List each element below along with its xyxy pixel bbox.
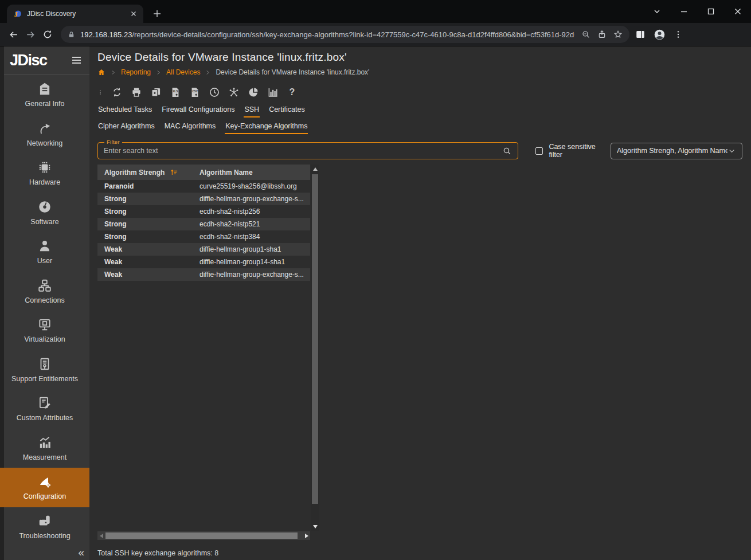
bar-chart-icon[interactable] <box>267 87 279 99</box>
refresh-icon[interactable] <box>111 87 123 99</box>
sort-ascending-icon <box>170 168 178 177</box>
tab-mac-algorithms[interactable]: MAC Algorithms <box>164 120 217 134</box>
share-icon[interactable] <box>597 30 607 39</box>
new-tab-button[interactable] <box>149 6 165 22</box>
window-minimize-button[interactable] <box>670 0 697 23</box>
sidebar-item-hardware[interactable]: Hardware <box>0 154 89 193</box>
tab-close-icon[interactable] <box>130 10 138 18</box>
custom-attributes-icon <box>37 395 52 410</box>
browser-toolbar: 192.168.185.23/reports/device-details/co… <box>0 23 751 46</box>
detail-tabs: Scheduled Tasks Firewall Configurations … <box>97 104 751 118</box>
svg-text:XLS: XLS <box>173 90 178 93</box>
copy-report-icon[interactable] <box>150 87 162 99</box>
scroll-left-arrow[interactable] <box>97 531 105 540</box>
table-row[interactable]: Weakdiffie-hellman-group1-sha1 <box>97 243 310 256</box>
scroll-up-arrow[interactable] <box>311 165 319 173</box>
back-icon[interactable] <box>5 26 22 43</box>
sidebar-item-software[interactable]: Software <box>0 193 89 233</box>
ssh-subtabs: Cipher Algorithms MAC Algorithms Key-Exc… <box>97 120 751 134</box>
tab-ssh[interactable]: SSH <box>244 104 260 118</box>
page-title: Device Details for VMware Instance 'linu… <box>97 51 751 64</box>
vertical-scrollbar-thumb[interactable] <box>312 174 318 504</box>
print-icon[interactable] <box>130 87 142 99</box>
table-row[interactable]: Strongdiffie-hellman-group-exchange-s... <box>97 193 310 205</box>
table-row[interactable]: Strongecdh-sha2-nistp384 <box>97 230 310 243</box>
breadcrumb-separator-icon <box>205 70 210 75</box>
case-sensitive-checkbox[interactable] <box>535 147 543 155</box>
case-sensitive-toggle[interactable]: Case sensitive filter <box>535 143 611 159</box>
search-icon <box>502 146 512 156</box>
home-icon[interactable] <box>97 68 105 76</box>
sidebar-item-user[interactable]: User <box>0 232 89 272</box>
sort-columns-dropdown[interactable]: Algorithm Strengh, Algorithm Name <box>611 143 742 159</box>
help-icon[interactable]: ? <box>286 87 298 99</box>
browser-tabstrip: J JDisc Discovery <box>0 0 751 23</box>
filter-box: Filter <box>97 142 518 159</box>
column-header-strength[interactable]: Algorithm Strengh <box>97 168 200 177</box>
window-close-button[interactable] <box>724 0 751 23</box>
breadcrumb-separator-icon <box>111 70 116 75</box>
sidebar-item-general-info[interactable]: General Info <box>0 75 89 115</box>
address-bar[interactable]: 192.168.185.23/reports/device-details/co… <box>61 26 629 43</box>
sidebar-item-measurement[interactable]: Measurement <box>0 429 89 468</box>
sidebar-collapse-button[interactable]: « <box>78 546 84 559</box>
avatar[interactable] <box>654 29 666 41</box>
sidebar-item-configuration[interactable]: Configuration <box>0 468 89 507</box>
breadcrumb-reporting[interactable]: Reporting <box>121 68 151 76</box>
horizontal-scrollbar-thumb[interactable] <box>105 532 298 539</box>
chevron-down-icon <box>727 147 736 155</box>
tab-firewall-configurations[interactable]: Firewall Configurations <box>161 104 235 118</box>
tab-cipher-algorithms[interactable]: Cipher Algorithms <box>97 120 155 134</box>
forward-icon[interactable] <box>22 26 39 43</box>
horizontal-scrollbar[interactable] <box>97 531 310 540</box>
table-row[interactable]: Weakdiffie-hellman-group-exchange-s... <box>97 268 310 281</box>
window-maximize-button[interactable] <box>697 0 724 23</box>
tab-title: JDisc Discovery <box>27 10 130 18</box>
table-row[interactable]: Strongecdh-sha2-nistp256 <box>97 205 310 218</box>
lock-icon[interactable] <box>68 31 75 38</box>
case-sensitive-label: Case sensitive filter <box>549 143 611 159</box>
filter-row: Filter Case sensitive filter Algorithm S… <box>97 142 751 159</box>
table-row[interactable]: Strongecdh-sha2-nistp521 <box>97 218 310 230</box>
sidebar-item-custom-attributes[interactable]: Custom Attributes <box>0 389 89 429</box>
export-xls-icon[interactable]: XLS <box>169 87 181 99</box>
table-row[interactable]: Weakdiffie-hellman-group14-sha1 <box>97 256 310 268</box>
svg-text:CSV: CSV <box>192 90 198 93</box>
more-options-icon[interactable] <box>97 87 103 99</box>
scroll-right-arrow[interactable] <box>303 531 310 540</box>
tab-scheduled-tasks[interactable]: Scheduled Tasks <box>97 104 152 118</box>
sidebar-menu-icon[interactable] <box>72 57 81 64</box>
scroll-down-arrow[interactable] <box>311 522 319 531</box>
search-input[interactable] <box>104 147 502 155</box>
sidebar-item-support-entitlements[interactable]: Support Entitlements <box>0 350 89 390</box>
topology-icon[interactable] <box>228 87 240 99</box>
side-panel-icon[interactable] <box>635 29 646 40</box>
tab-key-exchange-algorithms[interactable]: Key-Exchange Algorithms <box>225 120 308 134</box>
favicon-jdisc: J <box>13 9 22 18</box>
browser-tab[interactable]: J JDisc Discovery <box>7 5 143 23</box>
sidebar-item-networking[interactable]: Networking <box>0 115 89 154</box>
bookmark-star-icon[interactable] <box>613 30 623 39</box>
sidebar: JDisc General Info Networking Hardware S… <box>0 46 89 560</box>
main-content: Device Details for VMware Instance 'linu… <box>89 46 751 560</box>
horizontal-scrollbar-track[interactable] <box>105 531 303 540</box>
history-clock-icon[interactable] <box>208 87 220 99</box>
zoom-page-icon[interactable] <box>581 30 590 39</box>
sidebar-item-troubleshooting[interactable]: Troubleshooting <box>0 507 89 547</box>
sidebar-item-virtualization[interactable]: Virtualization <box>0 311 89 350</box>
column-header-name[interactable]: Algorithm Name <box>200 169 310 177</box>
tab-search-icon[interactable] <box>643 0 670 23</box>
reload-icon[interactable] <box>39 26 56 43</box>
connections-icon <box>37 278 52 293</box>
tab-certificates[interactable]: Certificates <box>268 104 306 118</box>
vertical-scrollbar[interactable] <box>311 165 319 531</box>
export-csv-icon[interactable]: CSV <box>189 87 201 99</box>
sidebar-item-connections[interactable]: Connections <box>0 272 89 311</box>
breadcrumb-all-devices[interactable]: All Devices <box>166 68 200 76</box>
pie-chart-icon[interactable] <box>247 87 259 99</box>
table-row[interactable]: Paranoidcurve25519-sha256@libssh.org <box>97 180 310 193</box>
general-info-icon <box>37 81 52 96</box>
browser-menu-icon[interactable] <box>674 30 683 39</box>
hardware-icon <box>37 160 52 175</box>
algorithms-table: Algorithm Strengh Algorithm Name Paranoi… <box>97 165 319 540</box>
